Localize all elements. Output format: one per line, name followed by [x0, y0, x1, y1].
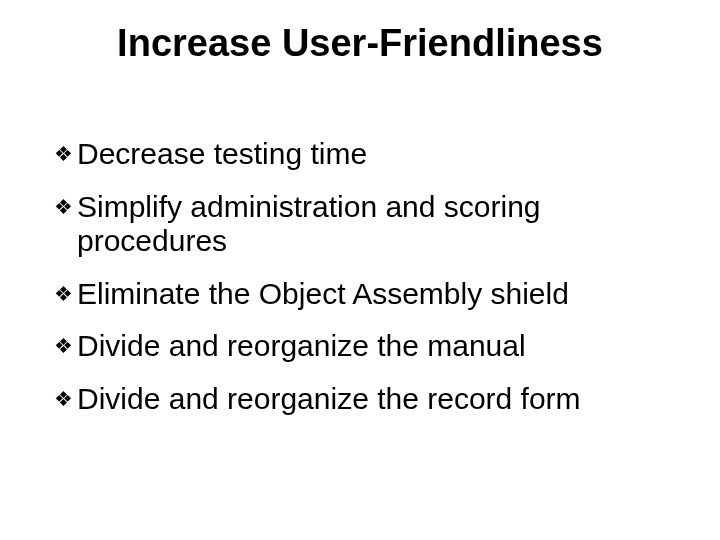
- slide-title: Increase User-Friendliness: [48, 22, 672, 65]
- list-item: ❖ Simplify administration and scoring pr…: [54, 190, 672, 259]
- diamond-bullet-icon: ❖: [54, 192, 73, 222]
- list-item-label: Divide and reorganize the record form: [77, 382, 672, 417]
- list-item: ❖ Eliminate the Object Assembly shield: [54, 277, 672, 312]
- list-item-label: Decrease testing time: [77, 137, 672, 172]
- list-item-label: Simplify administration and scoring proc…: [77, 190, 672, 259]
- list-item-label: Divide and reorganize the manual: [77, 329, 672, 364]
- diamond-bullet-icon: ❖: [54, 139, 73, 169]
- diamond-bullet-icon: ❖: [54, 279, 73, 309]
- diamond-bullet-icon: ❖: [54, 331, 73, 361]
- list-item-label: Eliminate the Object Assembly shield: [77, 277, 672, 312]
- list-item: ❖ Divide and reorganize the manual: [54, 329, 672, 364]
- slide: Increase User-Friendliness ❖ Decrease te…: [0, 0, 720, 540]
- list-item: ❖ Decrease testing time: [54, 137, 672, 172]
- bullet-list: ❖ Decrease testing time ❖ Simplify admin…: [54, 137, 672, 416]
- diamond-bullet-icon: ❖: [54, 384, 73, 414]
- list-item: ❖ Divide and reorganize the record form: [54, 382, 672, 417]
